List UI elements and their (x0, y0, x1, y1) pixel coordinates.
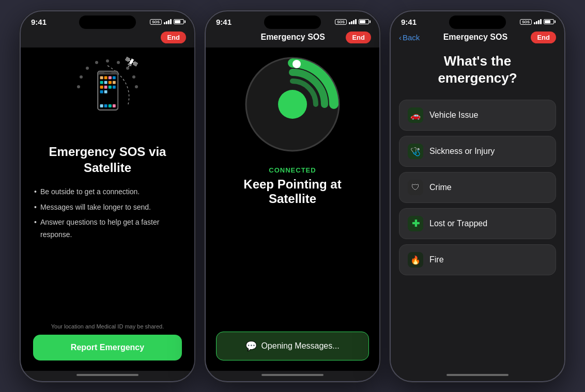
sickness-label: Sickness or Injury (429, 147, 495, 156)
battery-2 (359, 19, 369, 24)
nav-title-3: Emergency SOS (420, 33, 531, 42)
option-vehicle-issue[interactable]: 🚗 Vehicle Issue (399, 100, 556, 131)
phone1-main: 🛰 📱 Emergency SOS via Satellite Be outsi… (21, 48, 194, 371)
time-1: 9:41 (31, 18, 47, 26)
signal-dots-2 (349, 19, 357, 24)
sos-badge-2: SOS (335, 19, 347, 25)
svg-point-8 (80, 75, 83, 79)
lost-label: Lost or Trapped (429, 219, 487, 228)
status-bar-1: 9:41 SOS (21, 11, 194, 29)
time-3: 9:41 (401, 18, 417, 26)
option-lost[interactable]: ✚ Lost or Trapped (399, 208, 556, 239)
svg-point-4 (132, 75, 135, 79)
back-button[interactable]: ‹ Back (399, 33, 420, 42)
status-icons-1: SOS (150, 19, 184, 25)
vehicle-issue-label: Vehicle Issue (429, 111, 478, 120)
chevron-left-icon: ‹ (399, 33, 402, 42)
phone2-main: CONNECTED Keep Pointing atSatellite 💬 Op… (206, 48, 379, 371)
status-bar-3: 9:41 SOS (391, 11, 564, 29)
home-indicator-1 (76, 374, 138, 376)
svg-point-6 (95, 61, 98, 64)
bullet-1: Be outside to get a connection. (33, 186, 182, 198)
battery-3 (544, 19, 554, 24)
phone3-main: What's theemergency? 🚗 Vehicle Issue 🩺 S… (391, 48, 564, 371)
svg-point-12 (292, 60, 301, 68)
nav-bar-2: Emergency SOS End (206, 29, 379, 48)
nav-title-2: Emergency SOS (240, 33, 346, 42)
emergency-question: What's theemergency? (399, 53, 556, 88)
status-bar-2: 9:41 SOS (206, 11, 379, 29)
report-emergency-button[interactable]: Report Emergency (33, 335, 182, 360)
signal-visual (241, 53, 344, 156)
phone1-bullets: Be outside to get a connection. Messages… (33, 186, 182, 244)
nav-bar-1: End (21, 29, 194, 48)
status-icons-3: SOS (520, 19, 554, 25)
opening-messages-button[interactable]: 💬 Opening Messages... (216, 332, 369, 360)
phone1-footer: Your location and Medical ID may be shar… (33, 323, 182, 360)
svg-point-5 (135, 85, 138, 88)
home-indicator-2 (261, 374, 324, 376)
location-note: Your location and Medical ID may be shar… (33, 323, 182, 330)
phone-hand-icon: 📱 (85, 72, 130, 108)
signal-dots-1 (164, 19, 172, 24)
sos-badge-3: SOS (520, 19, 532, 25)
bullet-2: Messages will take longer to send. (33, 201, 182, 214)
option-sickness[interactable]: 🩺 Sickness or Injury (399, 136, 556, 167)
vehicle-icon: 🚗 (408, 107, 423, 123)
end-button-3[interactable]: End (531, 32, 556, 43)
screen-3: What's theemergency? 🚗 Vehicle Issue 🩺 S… (391, 48, 564, 371)
screen-1: 🛰 📱 Emergency SOS via Satellite Be outsi… (21, 48, 194, 371)
battery-1 (174, 19, 184, 24)
time-2: 9:41 (216, 18, 232, 26)
sos-badge-1: SOS (150, 19, 162, 25)
opening-messages-label: Opening Messages... (261, 341, 339, 351)
phone-2: 9:41 SOS Emergency SOS End (205, 10, 380, 382)
medkit-icon: 🩺 (408, 144, 423, 159)
message-icon: 💬 (245, 340, 257, 352)
status-icons-2: SOS (335, 19, 369, 25)
end-button-2[interactable]: End (346, 32, 371, 43)
screen-2: CONNECTED Keep Pointing atSatellite 💬 Op… (206, 48, 379, 371)
home-indicator-3 (447, 374, 509, 376)
nav-bar-3: ‹ Back Emergency SOS End (391, 29, 564, 48)
bullet-3: Answer questions to help get a faster re… (33, 216, 182, 241)
satellite-instruction: Keep Pointing atSatellite (243, 177, 341, 206)
svg-point-2 (117, 61, 120, 64)
svg-point-7 (86, 67, 89, 70)
signal-dots-3 (534, 19, 542, 24)
signal-svg (241, 53, 344, 156)
phone-1: 9:41 SOS End (20, 10, 195, 382)
emergency-options-list: 🚗 Vehicle Issue 🩺 Sickness or Injury 🛡 C… (399, 100, 556, 275)
svg-point-1 (106, 59, 109, 62)
lost-icon: ✚ (408, 216, 423, 231)
crime-label: Crime (429, 183, 452, 192)
fire-icon: 🔥 (408, 252, 423, 268)
svg-point-9 (77, 85, 80, 88)
phone1-title: Emergency SOS via Satellite (33, 144, 182, 176)
end-button-1[interactable]: End (161, 32, 186, 43)
option-crime[interactable]: 🛡 Crime (399, 172, 556, 203)
option-fire[interactable]: 🔥 Fire (399, 244, 556, 275)
svg-point-11 (278, 90, 307, 119)
fire-label: Fire (429, 255, 444, 264)
connected-label: CONNECTED (269, 166, 316, 174)
phone-3: 9:41 SOS ‹ Back Emergency SOS End What's… (390, 10, 565, 382)
crime-icon: 🛡 (408, 180, 423, 195)
satellite-animation: 🛰 📱 (66, 53, 149, 135)
back-label: Back (403, 33, 420, 42)
